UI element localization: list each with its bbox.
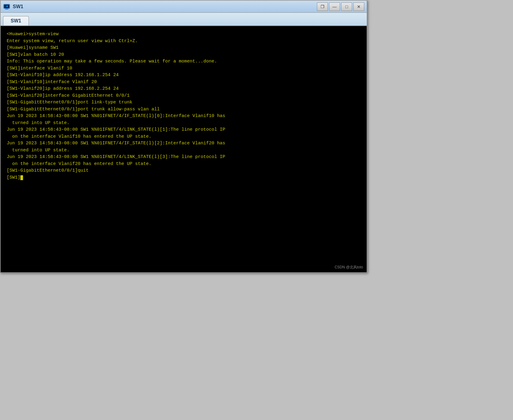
close-button[interactable]: ✕ xyxy=(353,2,364,11)
minimize-button[interactable]: — xyxy=(329,2,340,11)
tab-bar: SW1 xyxy=(1,13,367,26)
main-window: SW1 ❐ — □ ✕ SW1 <Huawei>system-view Ente… xyxy=(0,0,367,273)
svg-rect-3 xyxy=(5,9,8,9)
app-icon xyxy=(3,3,10,10)
title-bar: SW1 ❐ — □ ✕ xyxy=(1,1,367,13)
tab-sw1[interactable]: SW1 xyxy=(3,16,29,25)
terminal-area[interactable]: <Huawei>system-view Enter system view, r… xyxy=(1,26,367,272)
title-bar-left: SW1 xyxy=(3,3,23,10)
terminal-cursor xyxy=(20,175,23,180)
terminal-output: <Huawei>system-view Enter system view, r… xyxy=(7,31,361,181)
watermark: CSDN @北风toto xyxy=(335,264,363,270)
svg-rect-2 xyxy=(5,8,8,9)
restore-button[interactable]: ❐ xyxy=(317,2,328,11)
maximize-button[interactable]: □ xyxy=(341,2,352,11)
window-title: SW1 xyxy=(13,4,23,9)
window-controls: ❐ — □ ✕ xyxy=(317,2,364,11)
